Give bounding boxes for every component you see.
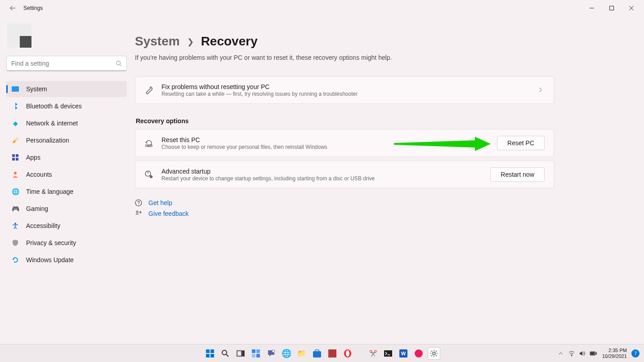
snip-icon[interactable]: ✂️ [367, 347, 379, 360]
troubleshoot-card[interactable]: Fix problems without resetting your PC R… [135, 76, 554, 104]
svg-rect-26 [252, 354, 255, 358]
card-subtitle: Resetting can take a while — first, try … [161, 91, 530, 97]
reset-icon [144, 139, 153, 147]
titlebar: Settings [0, 0, 644, 16]
bluetooth-icon [12, 103, 19, 110]
search-input[interactable] [11, 60, 116, 67]
nav-network[interactable]: ◆ Network & internet [6, 115, 127, 131]
svg-point-16 [136, 211, 138, 213]
task-view-button[interactable] [234, 347, 247, 360]
settings-taskbar-icon[interactable] [428, 347, 440, 360]
maximize-button[interactable] [602, 1, 622, 15]
give-feedback-link[interactable]: Give feedback [148, 210, 189, 217]
nav-apps[interactable]: Apps [6, 149, 127, 165]
sidebar: System Bluetooth & devices ◆ Network & i… [0, 16, 135, 344]
app-pink-icon[interactable] [412, 347, 425, 360]
svg-rect-23 [242, 351, 244, 356]
svg-rect-2 [12, 86, 19, 91]
svg-rect-19 [206, 354, 210, 358]
volume-tray-icon[interactable] [579, 350, 586, 357]
nav-accounts[interactable]: Accounts [6, 166, 127, 183]
time-text: 2:35 PM [602, 348, 627, 353]
search-button[interactable] [219, 347, 232, 360]
nav-label: Time & language [26, 188, 73, 195]
svg-point-9 [14, 223, 16, 224]
svg-rect-7 [16, 158, 18, 161]
svg-rect-31 [328, 349, 336, 358]
nav-label: Personalization [26, 137, 69, 144]
nav-privacy[interactable]: Privacy & security [6, 235, 127, 251]
nav-personalization[interactable]: 🖌 Personalization [6, 132, 127, 148]
terminal-icon[interactable] [382, 347, 394, 360]
explorer-icon[interactable]: 📁 [295, 347, 308, 360]
word-icon[interactable]: W [397, 347, 410, 360]
svg-rect-24 [252, 349, 255, 353]
svg-point-14 [151, 176, 152, 177]
power-gear-icon [144, 170, 153, 179]
svg-point-15 [135, 200, 142, 206]
svg-point-39 [571, 355, 572, 356]
close-button[interactable] [622, 1, 641, 15]
nav-label: System [26, 85, 47, 93]
globe-icon: 🌐 [12, 188, 19, 195]
nav-label: Apps [26, 154, 40, 161]
reset-pc-button[interactable]: Reset PC [497, 136, 545, 150]
help-links: Get help Give feedback [135, 199, 554, 217]
nav-label: Network & internet [26, 120, 78, 127]
nav-time[interactable]: 🌐 Time & language [6, 183, 127, 200]
svg-rect-42 [590, 352, 595, 355]
card-subtitle: Restart your device to change startup se… [161, 175, 482, 182]
svg-point-33 [346, 350, 349, 357]
svg-rect-20 [210, 354, 214, 358]
breadcrumb-parent[interactable]: System [135, 34, 180, 49]
nav-gaming[interactable]: 🎮 Gaming [6, 201, 127, 217]
svg-text:W: W [401, 351, 406, 356]
get-help-link[interactable]: Get help [148, 199, 172, 206]
page-description: If you're having problems with your PC o… [135, 54, 554, 61]
person-icon [12, 171, 19, 178]
widgets-button[interactable] [250, 347, 262, 360]
edge-icon[interactable]: 🌐 [280, 347, 293, 360]
breadcrumb-current: Recovery [201, 34, 258, 49]
tray-overflow-icon[interactable] [557, 350, 564, 357]
wifi-tray-icon[interactable] [568, 350, 575, 357]
nav-update[interactable]: Windows Update [6, 252, 127, 268]
opera-icon[interactable] [341, 347, 354, 360]
battery-tray-icon[interactable] [590, 350, 597, 357]
svg-rect-27 [256, 354, 260, 358]
back-button[interactable] [8, 4, 17, 13]
nav-label: Privacy & security [26, 239, 76, 246]
nav-label: Gaming [26, 205, 48, 212]
chevron-right-icon: ❯ [187, 37, 194, 47]
system-tray[interactable] [557, 350, 597, 357]
date-text: 10/29/2021 [602, 353, 627, 359]
minimize-button[interactable] [582, 1, 602, 15]
notification-badge[interactable]: 7 [631, 349, 640, 358]
start-button[interactable] [204, 347, 216, 360]
shield-icon [12, 239, 19, 246]
store-icon[interactable] [311, 347, 323, 360]
chat-button[interactable] [265, 347, 277, 360]
svg-rect-41 [596, 353, 597, 354]
svg-rect-29 [313, 351, 321, 358]
svg-rect-22 [237, 351, 242, 356]
nav-label: Windows Update [26, 256, 74, 264]
section-title: Recovery options [136, 117, 554, 125]
svg-point-38 [433, 352, 435, 355]
restart-now-button[interactable]: Restart now [490, 167, 545, 182]
user-profile[interactable] [7, 23, 31, 48]
content-area: System ❯ Recovery If you're having probl… [135, 16, 644, 344]
nav-system[interactable]: System [6, 81, 127, 97]
nav-bluetooth[interactable]: Bluetooth & devices [6, 98, 127, 114]
search-box[interactable] [6, 56, 127, 71]
clock[interactable]: 2:35 PM 10/29/2021 [602, 348, 627, 359]
wrench-icon [144, 86, 153, 95]
nav-accessibility[interactable]: Accessibility [6, 218, 127, 234]
card-title: Advanced startup [161, 168, 482, 175]
help-icon [135, 199, 142, 206]
svg-point-1 [116, 61, 121, 65]
taskbar: 🌐 📁 ✂️ W 2:35 PM 10/29/2021 [0, 344, 644, 362]
brush-icon: 🖌 [12, 137, 19, 144]
app-icon[interactable] [326, 347, 339, 360]
svg-point-21 [222, 350, 227, 355]
